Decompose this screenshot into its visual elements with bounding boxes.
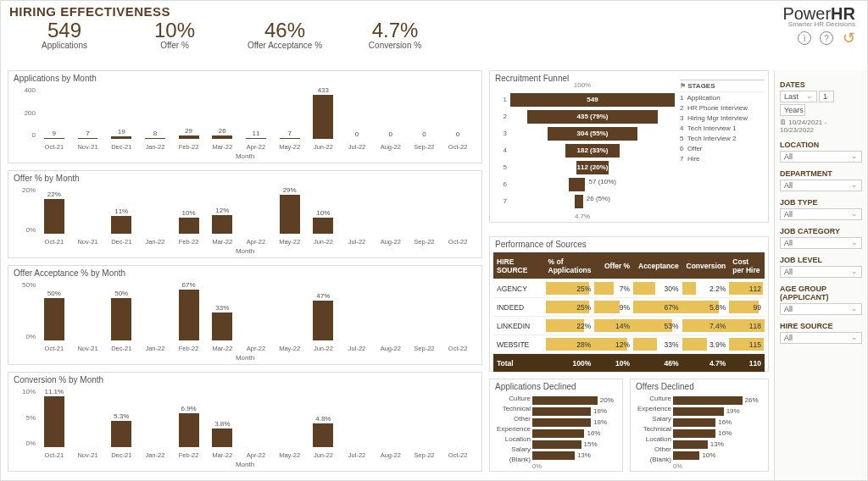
chart-title: Performance of Sources — [490, 237, 768, 252]
bars: 9719829261174330000 — [37, 86, 475, 139]
reason-row: 18% — [532, 417, 614, 428]
kpi-label: Offer % — [120, 41, 230, 50]
funnel-bottom-label: 4.7% — [490, 213, 675, 220]
reason-row: 19% — [673, 406, 760, 417]
reason-bars: 20%18%18%16%15%13% — [532, 395, 614, 466]
filter-select[interactable]: All — [780, 237, 862, 249]
bar-col: 10% — [307, 186, 341, 234]
table-row[interactable]: WEBSITE 28% 12% 33% 3.9% 115 — [493, 335, 765, 354]
brand: PowerHR Smarter HR Decisions i ? ↺ — [782, 4, 855, 45]
bar-col: 11 — [239, 86, 273, 139]
chart-funnel: Recruitment Funnel 100% 15492435 (79%)33… — [489, 70, 769, 223]
bar-col: 11% — [104, 186, 138, 234]
bar-col — [441, 388, 475, 447]
dates-n-select[interactable]: 1 — [819, 91, 834, 102]
reason-row: 16% — [532, 428, 614, 439]
table-row[interactable]: INDEED 25% 9% 67% 5.8% 99 — [493, 298, 765, 317]
bar-col: 7 — [273, 86, 307, 139]
reason-row — [673, 461, 760, 472]
bar-col — [408, 388, 442, 447]
funnel-bars: 15492435 (79%)3304 (55%)4182 (33%)5112 (… — [495, 91, 675, 217]
dates-range: 🗓 10/24/2021 - 10/23/2022 — [780, 119, 862, 134]
stage-item: 7 Hire — [680, 153, 765, 163]
chart-title: Offer % by Month — [8, 171, 481, 185]
reason-row: 10% — [673, 450, 760, 461]
x-axis-title: Month — [8, 461, 481, 468]
funnel-row: 4182 (33%) — [495, 142, 675, 158]
bar-col: 11.1% — [37, 388, 71, 447]
brand-tagline: Smarter HR Decisions — [782, 20, 855, 28]
table-row[interactable]: LINKEDIN 22% 14% 53% 7.4% 118 — [493, 317, 765, 335]
funnel-legend: STAGES1 Application2 HR Phone Interview3… — [680, 80, 765, 163]
reason-row: 15% — [532, 439, 614, 450]
bar-col: 12% — [205, 186, 239, 234]
filter-select[interactable]: All — [780, 332, 862, 344]
bar-col — [138, 186, 172, 234]
sources-table: HIRE SOURCE% of ApplicationsOffer %Accep… — [493, 252, 765, 368]
bar-col: 3.8% — [205, 388, 239, 447]
filter-select[interactable]: All — [780, 208, 862, 220]
header: HIRING EFFECTIVENESS 549Applications10%O… — [9, 4, 765, 58]
funnel-row: 657 (10%) — [495, 176, 675, 192]
filter-heading: DEPARTMENT — [780, 169, 862, 178]
kpi-value: 549 — [9, 19, 120, 42]
filter-select[interactable]: All — [780, 151, 862, 163]
bar-col: 19 — [104, 86, 138, 139]
help-icon[interactable]: ? — [820, 31, 833, 45]
bar-col: 4.8% — [307, 388, 341, 447]
bar-col: 26 — [205, 86, 239, 139]
reason-row: 13% — [673, 439, 760, 450]
reason-row — [532, 461, 614, 472]
bar-col — [374, 388, 408, 447]
bar-col: 10% — [172, 186, 206, 234]
x-axis-title: Month — [8, 152, 481, 160]
bar-col: 29 — [172, 86, 206, 139]
reason-row: 26% — [673, 395, 760, 406]
filter-select[interactable]: All — [780, 266, 862, 278]
bar-col: 22% — [37, 186, 71, 234]
bar-col — [239, 388, 273, 447]
chart-acceptance-pct: Offer Acceptance % by Month 50%0% 50%50%… — [8, 265, 482, 365]
back-icon[interactable]: ↺ — [842, 31, 855, 45]
reason-row: 16% — [673, 428, 760, 439]
reason-labels: CultureTechnicalOtherExperienceLocationS… — [493, 395, 531, 466]
bar-col — [441, 186, 475, 234]
table-sources: Performance of Sources HIRE SOURCE% of A… — [489, 236, 769, 372]
filter-select[interactable]: All — [780, 303, 862, 315]
stage-item: 6 Offer — [680, 143, 765, 153]
x-labels: Oct-21Nov-21Dec-21Jan-22Feb-22Mar-22Apr-… — [37, 238, 475, 246]
chart-offer-pct: Offer % by Month 20%0% 22%11%10%12%29%10… — [8, 170, 482, 258]
funnel-row: 5112 (20%) — [495, 159, 675, 175]
chart-conversion-pct: Conversion % by Month 10%5%0% 11.1%5.3%6… — [8, 372, 482, 472]
filter-select[interactable]: All — [780, 180, 862, 191]
dates-last-select[interactable]: Last — [780, 91, 817, 102]
bar-col — [71, 388, 105, 447]
kpi-value: 46% — [230, 19, 340, 42]
dates-unit-select[interactable]: Years — [780, 104, 805, 116]
bar-col: 50% — [104, 281, 138, 340]
stage-item: 3 Hiring Mgr Interview — [680, 113, 765, 123]
y-axis: 10%5%0% — [14, 388, 36, 447]
kpi-label: Offer Acceptance % — [230, 41, 340, 50]
info-icon[interactable]: i — [798, 31, 811, 45]
reason-row: 16% — [673, 417, 760, 428]
reason-row: 20% — [532, 395, 614, 406]
bar-col: 67% — [172, 281, 206, 340]
filter-heading: JOB CATEGORY — [780, 227, 862, 235]
y-axis: 4002000 — [14, 86, 36, 139]
table-header: HIRE SOURCE% of ApplicationsOffer %Accep… — [493, 252, 765, 279]
kpi: 549Applications — [9, 19, 120, 50]
bar-col — [71, 186, 105, 234]
bar-col: 47% — [307, 281, 341, 340]
x-axis-title: Month — [8, 247, 481, 255]
kpi-label: Applications — [9, 41, 120, 50]
stage-item: 4 Tech Interview 1 — [680, 123, 765, 133]
bar-col: 0 — [408, 86, 442, 139]
table-row[interactable]: AGENCY 25% 7% 30% 2.2% 112 — [493, 279, 765, 298]
bar-col: 0 — [340, 86, 374, 139]
x-labels: Oct-21Nov-21Dec-21Jan-22Feb-22Mar-22Apr-… — [37, 451, 475, 459]
bar-col: 5.3% — [104, 388, 138, 447]
filter-heading: LOCATION — [780, 141, 862, 149]
bar-col — [340, 186, 374, 234]
bars: 22%11%10%12%29%10% — [37, 186, 475, 234]
